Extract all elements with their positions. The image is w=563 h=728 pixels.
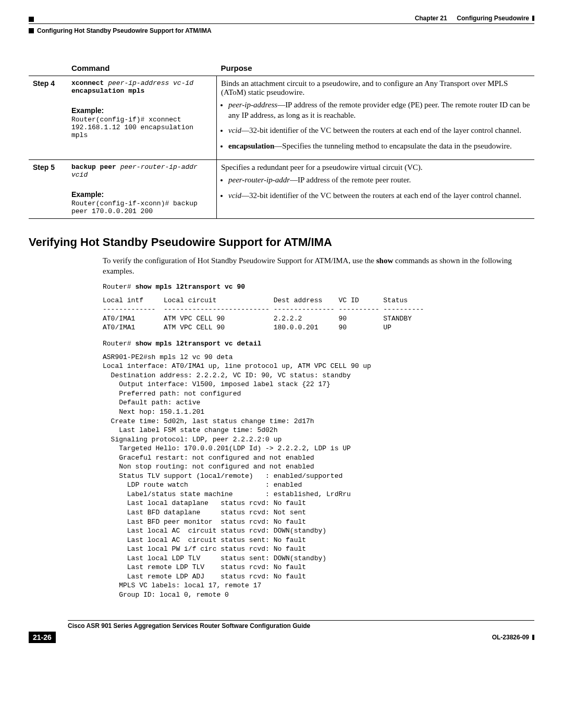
th-purpose: Purpose — [217, 60, 535, 76]
chapter-title: Configuring Pseudowire — [457, 15, 529, 22]
chapter-label: Chapter 21 — [415, 15, 447, 22]
cmd-line2: encapsulation mpls — [71, 87, 212, 95]
purpose-lead: Specifies a redundant peer for a pseudow… — [221, 163, 530, 172]
term: encapsulation — [228, 142, 274, 150]
th-command: Command — [67, 60, 217, 76]
router-command-line: Router# show mpls l2transport vc 90 — [103, 283, 534, 291]
desc: —IP address of the remote peer router. — [290, 176, 411, 184]
purpose-bullet: vcid—32-bit identifier of the VC between… — [228, 191, 530, 201]
term: peer-ip-address — [228, 101, 277, 109]
example-line: 192.168.1.12 100 encapsulation mpls — [71, 124, 212, 139]
example-line: Router(config-if)# xconnect — [71, 116, 212, 124]
example-line: Router(config-if-xconn)# backup — [71, 200, 212, 207]
purpose-bullet: encapsulation—Specifies the tunneling me… — [228, 141, 530, 152]
step-label: Step 4 — [29, 76, 67, 160]
purpose-bullet: peer-ip-address—IP address of the remote… — [228, 100, 530, 120]
term: peer-router-ip-addr — [228, 176, 290, 184]
page-footer: Cisco ASR 901 Series Aggregation Service… — [29, 620, 534, 643]
header-rule — [29, 23, 534, 24]
example-label: Example: — [71, 190, 212, 199]
desc: —Specifies the tunneling method to encap… — [274, 142, 511, 150]
cli-output: ASR901-PE2#sh mpls l2 vc 90 deta Local i… — [103, 353, 534, 600]
cmd-args: peer-ip-address vc-id — [108, 79, 193, 87]
prompt: Router# — [103, 283, 135, 291]
section-heading: Verifying Hot Standby Pseudowire Support… — [29, 236, 534, 249]
para-pre: To verify the configuration of Hot Stand… — [103, 256, 376, 265]
cmd-keyword: backup peer — [71, 163, 116, 171]
purpose-bullet: vcid—32-bit identifier of the VC between… — [228, 126, 530, 136]
purpose-cell: Binds an attachment circuit to a pseudow… — [217, 76, 535, 160]
step-label: Step 5 — [29, 160, 67, 219]
desc: —32-bit identifier of the VC between the… — [241, 191, 521, 200]
purpose-cell: Specifies a redundant peer for a pseudow… — [217, 160, 535, 219]
section-marker — [29, 28, 34, 33]
command-cell: xconnect peer-ip-address vc-id encapsula… — [67, 76, 217, 160]
para-bold: show — [376, 256, 394, 265]
cmd-line2: vcid — [71, 171, 212, 179]
command-text: show mpls l2transport vc detail — [135, 340, 261, 348]
section-title: Configuring Hot Standby Pseudowire Suppo… — [37, 27, 212, 34]
cli-output: Local intf Local circuit Dest address VC… — [103, 296, 534, 332]
table-row: Step 5 backup peer peer-router-ip-addr v… — [29, 160, 534, 219]
command-text: show mpls l2transport vc 90 — [135, 283, 245, 291]
command-cell: backup peer peer-router-ip-addr vcid Exa… — [67, 160, 217, 219]
router-command-line: Router# show mpls l2transport vc detail — [103, 340, 534, 348]
purpose-bullet: peer-router-ip-addr—IP address of the re… — [228, 175, 530, 186]
example-line: peer 170.0.0.201 200 — [71, 207, 212, 215]
cmd-keyword: xconnect — [71, 79, 104, 87]
header-marker-right — [532, 16, 534, 21]
term: vcid — [228, 191, 241, 200]
purpose-lead: Binds an attachment circuit to a pseudow… — [221, 79, 530, 97]
example-label: Example: — [71, 106, 212, 115]
desc: —32-bit identifier of the VC between the… — [241, 126, 521, 134]
doc-id: OL-23826-09 — [492, 634, 529, 641]
command-table: Command Purpose Step 4 xconnect peer-ip-… — [29, 60, 534, 219]
prompt: Router# — [103, 340, 135, 348]
term: vcid — [228, 126, 241, 134]
body-paragraph: To verify the configuration of Hot Stand… — [103, 255, 534, 277]
table-row: Step 4 xconnect peer-ip-address vc-id en… — [29, 76, 534, 160]
guide-title: Cisco ASR 901 Series Aggregation Service… — [68, 622, 534, 630]
cmd-args: peer-router-ip-addr — [120, 163, 198, 171]
page-header: Chapter 21 Configuring Pseudowire — [29, 15, 534, 22]
footer-rule — [68, 620, 534, 621]
header-marker-left — [29, 17, 34, 22]
footer-marker — [532, 635, 534, 640]
page-number: 21-26 — [29, 632, 56, 643]
